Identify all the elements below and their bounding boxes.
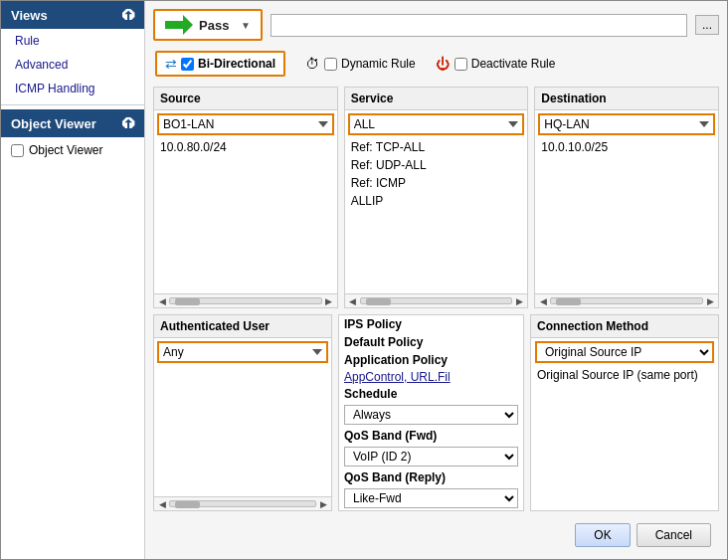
bidir-checkbox-label: Bi-Directional [181,57,275,71]
bidir-label: Bi-Directional [198,57,275,71]
connection-panel: Connection Method Original Source IP Ori… [530,314,719,511]
views-header[interactable]: Views ⮉ [1,1,144,29]
pass-dropdown-icon: ▼ [241,20,251,31]
sidebar-item-rule-label: Rule [15,34,40,48]
dynamic-rule-label: Dynamic Rule [324,57,416,71]
sidebar-item-icmp[interactable]: ICMP Handling [1,77,144,100]
svg-marker-1 [183,15,193,35]
policies-panel: IPS Policy Default Policy Application Po… [338,314,524,511]
bidir-button[interactable]: ⇄ Bi-Directional [155,51,285,77]
dynamic-rule-text: Dynamic Rule [341,57,416,71]
service-list: Ref: TCP-ALL Ref: UDP-ALL Ref: ICMP ALLI… [345,138,528,293]
source-panel: Source BO1-LAN 10.0.80.0/24 ◀ ▶ [153,87,338,308]
scroll-track[interactable] [550,297,703,304]
scroll-left-icon[interactable]: ◀ [156,499,168,509]
qos-reply-label: QoS Band (Reply) [339,468,523,486]
schedule-select-wrapper: Always [339,403,523,427]
rule-name-input[interactable]: BO1-2-HQ [271,14,687,37]
bidir-bar: ⇄ Bi-Directional ⏱ Dynamic Rule ⏻ Deacti… [153,47,719,81]
like-fwd-select-wrapper: Like-Fwd [339,486,523,510]
footer: OK Cancel [153,517,719,551]
sidebar-item-rule[interactable]: Rule [1,29,144,53]
connection-dropdown-item[interactable]: Original Source IP (same port) [531,366,718,384]
views-collapse-icon: ⮉ [120,7,134,23]
default-policy-label: Default Policy [339,333,523,351]
scroll-right-icon[interactable]: ▶ [323,296,335,306]
service-panel: Service ALL Ref: TCP-ALL Ref: UDP-ALL Re… [344,87,529,308]
deactivate-icon: ⏻ [436,56,450,72]
dynamic-rule-checkbox[interactable] [324,58,337,71]
sidebar-divider [1,104,144,105]
list-item: 10.0.80.0/24 [154,138,337,156]
service-scrollbar[interactable]: ◀ ▶ [345,293,528,307]
deactivate-checkbox[interactable] [455,58,467,71]
deactivate-group: ⏻ Deactivate Rule [436,56,556,72]
source-list: 10.0.80.0/24 [154,138,337,293]
scroll-track[interactable] [169,500,316,507]
ok-button[interactable]: OK [575,523,630,547]
auth-select[interactable]: Any [157,341,328,363]
scroll-right-icon[interactable]: ▶ [317,499,329,509]
ips-policy-label: IPS Policy [339,315,523,333]
object-viewer-checkbox-row: Object Viewer [1,137,144,163]
connection-header: Connection Method [531,315,718,338]
deactivate-text: Deactivate Rule [471,57,556,71]
pass-label: Pass [199,18,235,33]
scroll-right-icon[interactable]: ▶ [513,296,525,306]
auth-scrollbar[interactable]: ◀ ▶ [154,496,331,510]
connection-select[interactable]: Original Source IP [535,341,714,363]
sidebar-item-icmp-label: ICMP Handling [15,82,94,95]
scroll-track[interactable] [360,297,513,304]
scroll-right-icon[interactable]: ▶ [704,296,716,306]
scroll-left-icon[interactable]: ◀ [537,296,549,306]
destination-select[interactable]: HQ-LAN [538,113,715,135]
source-header: Source [154,88,337,110]
object-viewer-collapse-icon: ⮉ [120,115,134,131]
source-select[interactable]: BO1-LAN [157,113,334,135]
more-options-button[interactable]: ... [695,15,719,35]
schedule-select[interactable]: Always [344,405,518,425]
scroll-left-icon[interactable]: ◀ [347,296,359,306]
bidir-arrows-icon: ⇄ [165,56,177,72]
app-policy-value[interactable]: AppControl, URL.Fil [339,369,523,385]
qos-fwd-label: QoS Band (Fwd) [339,427,523,445]
list-item: Ref: ICMP [345,174,528,192]
bidir-checkbox[interactable] [181,58,194,71]
deactivate-label: Deactivate Rule [455,57,556,71]
schedule-label: Schedule [339,385,523,403]
source-scrollbar[interactable]: ◀ ▶ [154,293,337,307]
panels-row: Source BO1-LAN 10.0.80.0/24 ◀ ▶ Service [153,87,719,308]
svg-rect-0 [165,21,183,29]
like-fwd-select[interactable]: Like-Fwd [344,488,518,508]
destination-list: 10.0.10.0/25 [535,138,718,293]
service-select[interactable]: ALL [348,113,525,135]
sidebar-item-advanced-label: Advanced [15,58,68,72]
app-policy-label: Application Policy [339,351,523,369]
top-bar: Pass ▼ BO1-2-HQ ... [153,9,719,41]
object-viewer-checkbox-label: Object Viewer [29,143,102,157]
list-item: 10.0.10.0/25 [535,138,718,156]
destination-header: Destination [535,88,718,110]
bottom-section: Authenticated User Any ◀ ▶ IPS Policy De… [153,314,719,511]
destination-scrollbar[interactable]: ◀ ▶ [535,293,718,307]
dynamic-rule-group: ⏱ Dynamic Rule [305,56,416,72]
destination-panel: Destination HQ-LAN 10.0.10.0/25 ◀ ▶ [534,87,719,308]
content-area: Pass ▼ BO1-2-HQ ... ⇄ Bi-Directional ⏱ D… [145,1,727,559]
dynamic-rule-icon: ⏱ [305,56,319,72]
object-viewer-checkbox[interactable] [11,144,24,157]
cancel-button[interactable]: Cancel [637,523,711,547]
object-viewer-label: Object Viewer [11,116,96,131]
views-label: Views [11,8,48,23]
voip-select-wrapper: VoIP (ID 2) [339,445,523,468]
list-item: Ref: TCP-ALL [345,138,528,156]
scroll-left-icon[interactable]: ◀ [156,296,168,306]
pass-button[interactable]: Pass ▼ [153,9,263,41]
object-viewer-header[interactable]: Object Viewer ⮉ [1,109,144,137]
sidebar-item-advanced[interactable]: Advanced [1,53,144,77]
list-item: Ref: UDP-ALL [345,156,528,174]
voip-select[interactable]: VoIP (ID 2) [344,447,518,467]
sidebar: Views ⮉ Rule Advanced ICMP Handling Obje… [1,1,145,559]
pass-arrow-icon [165,15,193,35]
scroll-track[interactable] [169,297,322,304]
auth-header: Authenticated User [154,315,331,338]
